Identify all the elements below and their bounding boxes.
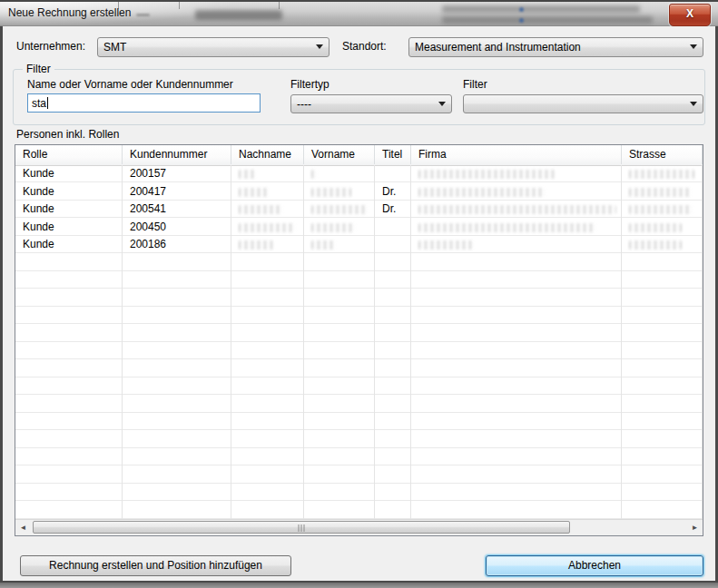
column-header-nachname[interactable]: Nachname [231,145,304,164]
redacted-text [239,205,282,214]
filtertyp-select[interactable]: ---- [290,94,452,113]
table-body[interactable]: Kunde200157Kunde200417Dr.Kunde200541Dr.K… [15,165,703,520]
redacted-text [418,240,473,250]
column-header-vorname[interactable]: Vorname [304,145,375,164]
table-row[interactable]: Kunde200541Dr. [15,201,703,219]
standort-select[interactable]: Measurement and Instrumentation [408,37,703,57]
redacted-text [418,188,546,197]
table-cell [622,183,703,201]
scrollbar-thumb[interactable] [33,521,570,534]
filtertyp-label: Filtertyp [290,78,329,91]
table-cell: 200186 [123,236,231,254]
background-redaction [136,14,150,16]
table-cell [231,236,304,254]
column-header-strasse[interactable]: Strasse [622,145,703,164]
table-cell [411,201,622,219]
dialog-client-area: Unternehmen: SMT Standort: Measurement a… [0,26,718,583]
table-cell [231,219,304,237]
table-cell [622,236,703,254]
redacted-text [629,188,691,197]
persons-table: RolleKundennummerNachnameVornameTitelFir… [15,144,703,536]
redacted-text [311,170,317,179]
redacted-text [629,205,693,214]
table-cell [231,201,304,219]
table-cell: Kunde [15,219,123,237]
search-name-value: sta [32,97,46,110]
standort-label: Standort: [342,40,387,53]
table-cell [411,165,622,183]
redacted-text [629,170,694,179]
search-name-input[interactable]: sta [27,93,261,113]
standort-selected-value: Measurement and Instrumentation [415,41,581,54]
table-cell [411,183,622,201]
redacted-text [418,170,555,179]
column-header-firma[interactable]: Firma [411,145,622,164]
table-cell [622,201,703,219]
redacted-text [311,188,351,197]
table-cell [375,236,411,254]
table-cell [622,219,703,237]
table-cell [411,219,622,237]
search-name-label: Name oder Vorname oder Kundennummer [27,78,233,91]
table-cell: 200157 [123,165,231,183]
redacted-text [311,240,335,250]
table-cell [375,165,411,183]
table-cell: Kunde [15,165,123,183]
table-cell [304,236,375,254]
redacted-text [311,223,355,232]
title-bar[interactable]: Neue Rechnung erstellen X [0,2,718,26]
table-cell [231,183,304,201]
redacted-text [418,223,595,232]
table-cell: 200417 [123,183,231,201]
redacted-text [239,223,295,232]
background-window-edge [279,2,280,9]
table-cell [304,219,375,237]
chevron-down-icon [690,102,697,106]
close-button[interactable]: X [669,4,711,26]
table-row[interactable]: Kunde200157 [15,165,703,183]
redacted-text [629,223,682,232]
text-caret [47,97,48,109]
column-header-rolle[interactable]: Rolle [15,145,123,164]
background-window-edge [118,2,119,9]
chevron-down-icon [316,44,323,49]
background-redaction [519,7,524,12]
table-cell [375,219,411,237]
chevron-down-icon [438,102,446,106]
window-title: Neue Rechnung erstellen [8,6,131,19]
chevron-down-icon [690,44,697,49]
scroll-left-arrow-icon[interactable]: ◄ [15,520,31,534]
table-cell: Dr. [375,201,411,219]
table-cell [304,183,375,201]
horizontal-scrollbar[interactable]: ◄ ► [15,519,703,535]
column-header-kundennummer[interactable]: Kundennummer [123,145,231,164]
create-invoice-button[interactable]: Rechnung erstellen und Position hinzufüg… [20,555,291,576]
table-cell: Kunde [15,201,123,219]
redacted-text [629,240,682,250]
unternehmen-selected-value: SMT [103,41,126,54]
table-cell [304,201,375,219]
scroll-right-arrow-icon[interactable]: ► [687,520,703,534]
redacted-text [239,170,255,179]
unternehmen-select[interactable]: SMT [97,37,329,57]
table-cell: 200541 [123,201,231,219]
table-row[interactable]: Kunde200450 [15,219,703,237]
table-cell: 200450 [123,219,231,237]
filter-select[interactable] [463,94,703,113]
table-caption: Personen inkl. Rollen [16,128,119,141]
filtertyp-selected-value: ---- [297,98,311,111]
background-redaction [195,10,282,20]
redacted-text [239,188,268,197]
table-cell: Dr. [375,183,411,201]
cancel-button[interactable]: Abbrechen [486,555,703,576]
table-cell: Kunde [15,183,123,201]
dialog-window: Neue Rechnung erstellen X Unternehmen: S… [0,0,718,588]
column-header-titel[interactable]: Titel [375,145,411,164]
table-row[interactable]: Kunde200417Dr. [15,183,703,201]
background-redaction [442,16,653,24]
table-cell: Kunde [15,236,123,254]
table-row[interactable]: Kunde200186 [15,236,703,254]
table-cell [304,165,375,183]
close-icon: X [686,7,693,20]
background-redaction [519,18,524,23]
